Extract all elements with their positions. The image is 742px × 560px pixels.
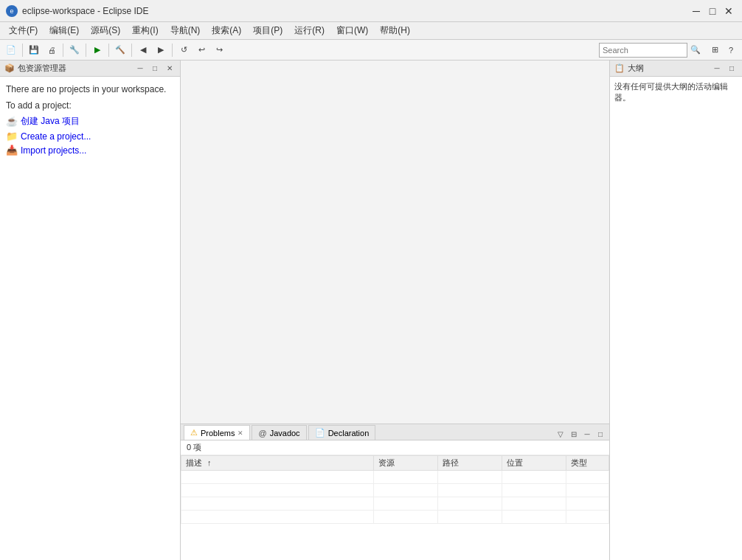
eclipse-logo-icon: e bbox=[6, 5, 18, 17]
menu-edit[interactable]: 编辑(E) bbox=[44, 23, 85, 38]
problems-tab-close[interactable]: ✕ bbox=[237, 429, 243, 437]
cheatsheets-btn[interactable]: ? bbox=[723, 42, 739, 58]
main-toolbar: 📄 💾 🖨 🔧 ▶ 🔨 ◀ ▶ ↺ ↩ ↪ 🔍 ⊞ ? bbox=[0, 40, 742, 61]
search-area: 🔍 ⊞ ? bbox=[599, 42, 739, 58]
toolbar-separator-3 bbox=[86, 44, 86, 57]
java-project-icon: ☕ bbox=[6, 116, 18, 127]
col-path[interactable]: 路径 bbox=[438, 456, 502, 471]
next-button[interactable]: ▶ bbox=[153, 42, 169, 58]
toolbar-separator-4 bbox=[108, 44, 109, 57]
bottom-panel: ⚠ Problems ✕ @ Javadoc 📄 Declaration ▽ ⊟… bbox=[181, 424, 609, 560]
close-panel-btn[interactable]: ✕ bbox=[164, 63, 176, 75]
bottom-tabs: ⚠ Problems ✕ @ Javadoc 📄 Declaration ▽ ⊟… bbox=[181, 424, 609, 440]
javadoc-tab-icon: @ bbox=[258, 429, 266, 438]
debug-button[interactable]: 🔧 bbox=[66, 42, 83, 58]
package-explorer-panel: 📦 包资源管理器 ─ □ ✕ There are no projects in … bbox=[0, 61, 181, 560]
menu-refactor[interactable]: 重构(I) bbox=[126, 23, 164, 38]
view-menu-btn[interactable]: ⊞ bbox=[707, 42, 723, 58]
problems-count: 0 项 bbox=[181, 440, 609, 455]
print-button[interactable]: 🖨 bbox=[44, 42, 60, 58]
col-location[interactable]: 位置 bbox=[502, 456, 566, 471]
menu-run[interactable]: 运行(R) bbox=[288, 23, 330, 38]
menu-source[interactable]: 源码(S) bbox=[85, 23, 126, 38]
build-button[interactable]: 🔨 bbox=[112, 42, 128, 58]
toolbar-separator-5 bbox=[131, 44, 132, 57]
declaration-tab-icon: 📄 bbox=[315, 428, 325, 438]
declaration-tab-label: Declaration bbox=[328, 429, 370, 438]
col-resource[interactable]: 资源 bbox=[374, 456, 438, 471]
search-input[interactable] bbox=[599, 43, 687, 58]
table-row bbox=[181, 511, 609, 524]
table-row bbox=[181, 497, 609, 511]
javadoc-tab-label: Javadoc bbox=[270, 429, 300, 438]
bottom-content: 0 项 描述 ↑ 资源 路径 bbox=[181, 440, 609, 560]
minimize-bottom-btn[interactable]: ─ bbox=[581, 428, 593, 440]
col-description[interactable]: 描述 ↑ bbox=[181, 456, 374, 471]
menu-navigate[interactable]: 导航(N) bbox=[164, 23, 207, 38]
title-bar-left: e eclipse-workspace - Eclipse IDE bbox=[6, 5, 148, 17]
package-explorer-content: There are no projects in your workspace.… bbox=[0, 77, 180, 560]
toolbar-separator-6 bbox=[172, 44, 173, 57]
maximize-panel-btn[interactable]: □ bbox=[149, 63, 161, 75]
maximize-bottom-btn[interactable]: □ bbox=[594, 428, 606, 440]
outline-header: 📋 大纲 ─ □ bbox=[610, 61, 742, 77]
bottom-tabs-controls: ▽ ⊟ ─ □ bbox=[555, 428, 606, 440]
menu-help[interactable]: 帮助(H) bbox=[374, 23, 416, 38]
create-project-link[interactable]: 📁 Create a project... bbox=[6, 131, 174, 142]
prev-button[interactable]: ◀ bbox=[135, 42, 151, 58]
view-menu-bottom-btn[interactable]: ⊟ bbox=[568, 428, 580, 440]
toolbar-separator-1 bbox=[22, 44, 23, 57]
menu-bar: 文件(F) 编辑(E) 源码(S) 重构(I) 导航(N) 搜索(A) 项目(P… bbox=[0, 22, 742, 40]
menu-file[interactable]: 文件(F) bbox=[3, 23, 44, 38]
toolbar-separator-2 bbox=[63, 44, 63, 57]
menu-window[interactable]: 窗口(W) bbox=[330, 23, 374, 38]
close-button[interactable]: ✕ bbox=[721, 4, 736, 18]
col-type[interactable]: 类型 bbox=[566, 456, 609, 471]
create-java-project-link[interactable]: ☕ 创建 Java 项目 bbox=[6, 115, 174, 128]
workspace-links: ☕ 创建 Java 项目 📁 Create a project... 📥 Imp… bbox=[6, 115, 174, 156]
maximize-button[interactable]: □ bbox=[705, 4, 720, 18]
run-button[interactable]: ▶ bbox=[89, 42, 105, 58]
undo-button[interactable]: ↩ bbox=[193, 42, 209, 58]
outline-title: 大纲 bbox=[628, 63, 708, 74]
redo-button[interactable]: ↪ bbox=[211, 42, 227, 58]
project-icon: 📁 bbox=[6, 131, 18, 142]
add-project-label: To add a project: bbox=[6, 99, 174, 112]
workspace-empty-message: There are no projects in your workspace. bbox=[6, 83, 174, 96]
outline-header-icon: 📋 bbox=[614, 63, 625, 73]
problems-tab-icon: ⚠ bbox=[190, 428, 198, 438]
window-controls: ─ □ ✕ bbox=[689, 4, 736, 18]
editor-area bbox=[181, 61, 609, 424]
table-row bbox=[181, 471, 609, 484]
tab-problems[interactable]: ⚠ Problems ✕ bbox=[184, 425, 250, 440]
title-bar: e eclipse-workspace - Eclipse IDE ─ □ ✕ bbox=[0, 0, 742, 22]
filter-button[interactable]: ▽ bbox=[555, 428, 566, 440]
new-button[interactable]: 📄 bbox=[3, 42, 19, 58]
import-icon: 📥 bbox=[6, 145, 18, 156]
table-row bbox=[181, 484, 609, 497]
problems-table: 描述 ↑ 资源 路径 位置 bbox=[181, 455, 609, 524]
minimize-button[interactable]: ─ bbox=[689, 4, 704, 18]
tab-javadoc[interactable]: @ Javadoc bbox=[252, 425, 306, 440]
package-icon: 📦 bbox=[4, 63, 15, 73]
app-title: eclipse-workspace - Eclipse IDE bbox=[22, 6, 148, 16]
package-explorer-title: 包资源管理器 bbox=[18, 63, 131, 74]
tab-declaration[interactable]: 📄 Declaration bbox=[308, 425, 376, 440]
import-projects-link[interactable]: 📥 Import projects... bbox=[6, 145, 174, 156]
outline-panel: 📋 大纲 ─ □ 没有任何可提供大纲的活动编辑器。 bbox=[609, 61, 742, 560]
menu-project[interactable]: 项目(P) bbox=[247, 23, 288, 38]
center-area: ⚠ Problems ✕ @ Javadoc 📄 Declaration ▽ ⊟… bbox=[181, 61, 609, 560]
package-explorer-header: 📦 包资源管理器 ─ □ ✕ bbox=[0, 61, 180, 77]
search-icon-btn[interactable]: 🔍 bbox=[687, 42, 704, 58]
main-layout: 📦 包资源管理器 ─ □ ✕ There are no projects in … bbox=[0, 61, 742, 560]
outline-empty-message: 没有任何可提供大纲的活动编辑器。 bbox=[614, 82, 728, 102]
problems-tab-label: Problems bbox=[201, 429, 235, 438]
maximize-outline-btn[interactable]: □ bbox=[726, 63, 738, 75]
minimize-panel-btn[interactable]: ─ bbox=[134, 63, 146, 75]
outline-content: 没有任何可提供大纲的活动编辑器。 bbox=[610, 77, 742, 560]
save-all-button[interactable]: 💾 bbox=[26, 42, 42, 58]
menu-search[interactable]: 搜索(A) bbox=[206, 23, 247, 38]
minimize-outline-btn[interactable]: ─ bbox=[711, 63, 723, 75]
refresh-button[interactable]: ↺ bbox=[176, 42, 192, 58]
